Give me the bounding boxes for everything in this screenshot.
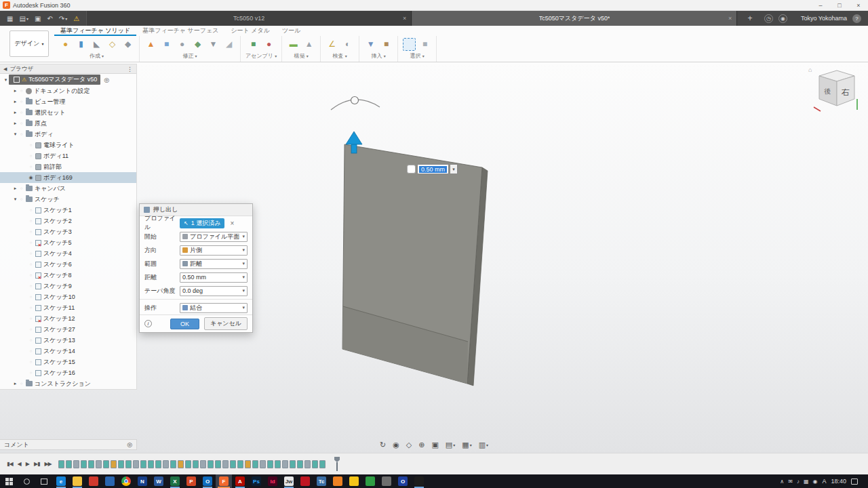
select-tools-icon[interactable]: ■ bbox=[418, 38, 431, 51]
timeline-sketch-feature[interactable] bbox=[252, 460, 258, 468]
browser-item[interactable]: ○電球ライト bbox=[0, 140, 136, 150]
ribbon-tab[interactable]: ツール bbox=[276, 26, 307, 36]
taper-angle-input[interactable]: 0.0 deg▾ bbox=[180, 286, 248, 296]
timeline-sketch-feature[interactable] bbox=[81, 460, 87, 468]
direction-dropdown[interactable]: 片側▾ bbox=[180, 245, 248, 256]
job-status-icon[interactable]: ◷ bbox=[764, 14, 773, 23]
timeline-sketch-feature[interactable] bbox=[125, 460, 132, 468]
document-tab[interactable]: Tc5050マスタデータ v50*× bbox=[412, 11, 737, 26]
timeline-feature-feature[interactable] bbox=[260, 460, 266, 468]
revolve-icon[interactable]: ◣ bbox=[90, 38, 103, 51]
loft-icon[interactable]: ◆ bbox=[121, 38, 134, 51]
visibility-icon[interactable]: ○ bbox=[28, 165, 34, 169]
browser-item[interactable]: ▸○コンストラクション bbox=[0, 378, 136, 389]
browser-item[interactable]: ○スケッチ15 bbox=[0, 357, 136, 367]
timeline-sketch-feature[interactable] bbox=[148, 460, 154, 468]
browser-item[interactable]: ○スケッチ3 bbox=[0, 226, 136, 237]
timeline-construct-feature[interactable] bbox=[245, 460, 251, 468]
visibility-icon[interactable]: ○ bbox=[28, 143, 34, 147]
close-button[interactable]: × bbox=[849, 0, 868, 10]
new-tab-button[interactable]: + bbox=[743, 11, 757, 26]
start-dropdown[interactable]: プロファイル平面▾ bbox=[180, 232, 248, 242]
browser-item[interactable]: ▸○選択セット bbox=[0, 107, 136, 118]
chevron-down-icon[interactable]: ▾ bbox=[242, 305, 245, 310]
display-settings-icon[interactable]: ▤ ▾ bbox=[446, 441, 455, 449]
chevron-down-icon[interactable]: ▾ bbox=[242, 247, 245, 253]
expand-arrow-icon[interactable]: ▾ bbox=[3, 77, 9, 83]
timeline-construct-feature[interactable] bbox=[178, 460, 184, 468]
browser-root-row[interactable]: ▾ ⚠ Tc5050マスタデータ v50 ◎ bbox=[0, 74, 136, 85]
expand-arrow-icon[interactable]: ▸ bbox=[12, 88, 18, 94]
browser-item[interactable]: ○スケッチ4 bbox=[0, 248, 136, 259]
timeline-marker[interactable] bbox=[334, 457, 340, 471]
browser-item[interactable]: ○スケッチ16 bbox=[0, 367, 136, 378]
visibility-icon[interactable]: ◉ bbox=[28, 175, 34, 180]
chevron-down-icon[interactable]: ▾ bbox=[242, 274, 245, 280]
timeline-marker-head[interactable] bbox=[334, 457, 340, 462]
ribbon-group-label[interactable]: 検査 ▾ bbox=[326, 52, 354, 62]
tab-close-icon[interactable]: × bbox=[403, 15, 406, 22]
browser-item[interactable]: ○×スケッチ12 bbox=[0, 313, 136, 324]
visibility-icon[interactable]: ○ bbox=[28, 295, 34, 299]
taskbar-app-fusion[interactable]: F bbox=[216, 474, 232, 488]
timeline-feature-feature[interactable] bbox=[304, 460, 311, 468]
start-button[interactable] bbox=[0, 474, 18, 488]
timeline-sketch-feature[interactable] bbox=[140, 460, 146, 468]
timeline-sketch-feature[interactable] bbox=[66, 460, 72, 468]
taskbar-app-app-crimson[interactable] bbox=[297, 474, 313, 488]
timeline-sketch-feature[interactable] bbox=[312, 460, 318, 468]
visibility-icon[interactable]: ○ bbox=[28, 317, 34, 321]
taskbar-app-outlook[interactable]: O bbox=[199, 474, 216, 488]
status-tray-icon[interactable]: ◉ bbox=[812, 479, 817, 485]
cancel-button[interactable]: キャンセル bbox=[204, 317, 248, 330]
timeline-feature-feature[interactable] bbox=[282, 460, 288, 468]
visibility-icon[interactable]: ○ bbox=[18, 132, 24, 136]
visibility-icon[interactable]: ○ bbox=[28, 327, 34, 331]
document-tab[interactable]: Tc5050 v12× bbox=[86, 11, 412, 26]
joint-icon[interactable]: ● bbox=[262, 38, 275, 51]
distance-input[interactable]: 0.50 mm▾ bbox=[180, 272, 248, 283]
pan-icon[interactable]: ◇ bbox=[406, 441, 412, 449]
ground-icon[interactable]: ◎ bbox=[104, 77, 109, 83]
ribbon-group-label[interactable]: 選択 ▾ bbox=[403, 52, 431, 62]
help-icon[interactable]: ? bbox=[852, 14, 861, 23]
taskbar-app-acrobat[interactable]: A bbox=[232, 474, 248, 488]
go-to-end-button[interactable]: ▶▶ bbox=[44, 461, 51, 467]
expand-arrow-icon[interactable]: ▸ bbox=[12, 381, 18, 386]
browser-item[interactable]: ○スケッチ9 bbox=[0, 281, 136, 291]
task-view-button[interactable] bbox=[35, 474, 53, 488]
browser-item[interactable]: ○×スケッチ5 bbox=[0, 237, 136, 248]
visibility-icon[interactable]: ○ bbox=[28, 262, 34, 266]
taskbar-app-app-indigo[interactable]: O bbox=[395, 474, 411, 488]
visibility-icon[interactable]: ○ bbox=[28, 360, 34, 364]
chevron-down-icon[interactable]: ▾ bbox=[450, 164, 458, 174]
visibility-icon[interactable]: ○ bbox=[28, 208, 34, 212]
visibility-icon[interactable]: ○ bbox=[28, 251, 34, 256]
tab-close-icon[interactable]: × bbox=[728, 15, 732, 22]
split-body-icon[interactable]: ▼ bbox=[207, 38, 220, 51]
timeline-sketch-feature[interactable] bbox=[185, 460, 191, 468]
visibility-icon[interactable]: ○ bbox=[28, 306, 34, 310]
visibility-icon[interactable]: ○ bbox=[18, 197, 24, 201]
browser-item[interactable]: ▾○スケッチ bbox=[0, 194, 136, 205]
visibility-icon[interactable]: ○ bbox=[28, 273, 34, 277]
browser-item[interactable]: ○前詳部 bbox=[0, 161, 136, 172]
browser-item[interactable]: ○スケッチ14 bbox=[0, 346, 136, 357]
taskbar-app-indesign[interactable]: Id bbox=[264, 474, 281, 488]
visibility-icon[interactable]: ○ bbox=[28, 371, 34, 375]
timeline-sketch-feature[interactable] bbox=[275, 460, 281, 468]
mail-tray-icon[interactable]: ✉ bbox=[788, 479, 793, 485]
fit-icon[interactable]: ▣ bbox=[431, 441, 438, 449]
network-icon[interactable]: ▦ bbox=[804, 479, 809, 485]
shell-icon[interactable]: ● bbox=[176, 38, 189, 51]
visibility-icon[interactable]: ○ bbox=[28, 338, 34, 342]
taskbar-app-app-black[interactable] bbox=[411, 474, 427, 488]
undo-icon[interactable]: ↶ bbox=[47, 15, 52, 22]
job-status-warning-icon[interactable]: ⚠ bbox=[73, 15, 79, 22]
rotate-manipulator-handle[interactable] bbox=[351, 97, 359, 104]
insert-canvas-icon[interactable]: ■ bbox=[380, 38, 393, 51]
visibility-icon[interactable]: ○ bbox=[28, 241, 34, 245]
timeline-sketch-feature[interactable] bbox=[237, 460, 243, 468]
visibility-icon[interactable]: ○ bbox=[18, 89, 24, 93]
browser-item[interactable]: ◉ボディ169 bbox=[0, 172, 136, 183]
